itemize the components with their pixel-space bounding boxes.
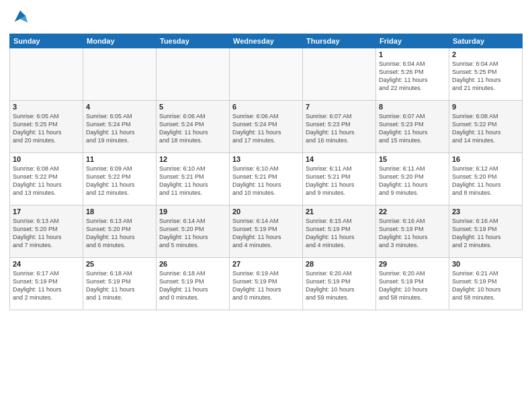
day-info: Sunrise: 6:18 AM Sunset: 5:19 PM Dayligh…	[86, 269, 153, 302]
calendar-cell: 15Sunrise: 6:11 AM Sunset: 5:20 PM Dayli…	[376, 153, 449, 205]
day-info: Sunrise: 6:20 AM Sunset: 5:19 PM Dayligh…	[306, 269, 373, 302]
day-info: Sunrise: 6:12 AM Sunset: 5:20 PM Dayligh…	[452, 165, 519, 197]
day-info: Sunrise: 6:04 AM Sunset: 5:26 PM Dayligh…	[379, 60, 446, 93]
day-number: 30	[452, 260, 519, 268]
calendar: SundayMondayTuesdayWednesdayThursdayFrid…	[9, 34, 523, 310]
day-number: 22	[379, 208, 446, 216]
day-number: 8	[379, 103, 446, 111]
calendar-cell: 23Sunrise: 6:16 AM Sunset: 5:19 PM Dayli…	[449, 205, 523, 258]
day-number: 18	[86, 208, 153, 216]
day-number: 6	[232, 103, 300, 111]
day-number: 2	[452, 50, 519, 58]
calendar-cell: 27Sunrise: 6:19 AM Sunset: 5:19 PM Dayli…	[230, 258, 303, 310]
calendar-cell: 25Sunrise: 6:18 AM Sunset: 5:19 PM Dayli…	[83, 258, 157, 310]
day-number: 12	[159, 155, 226, 163]
calendar-cell	[83, 48, 157, 101]
calendar-cell: 4Sunrise: 6:05 AM Sunset: 5:24 PM Daylig…	[83, 101, 157, 153]
day-number: 14	[306, 155, 373, 163]
day-info: Sunrise: 6:08 AM Sunset: 5:22 PM Dayligh…	[13, 165, 80, 197]
calendar-cell: 18Sunrise: 6:13 AM Sunset: 5:20 PM Dayli…	[83, 205, 157, 258]
calendar-cell	[303, 48, 376, 101]
day-info: Sunrise: 6:09 AM Sunset: 5:22 PM Dayligh…	[86, 165, 153, 197]
day-number: 17	[13, 208, 80, 216]
calendar-week-row: 24Sunrise: 6:17 AM Sunset: 5:19 PM Dayli…	[10, 258, 523, 310]
calendar-cell: 12Sunrise: 6:10 AM Sunset: 5:21 PM Dayli…	[157, 153, 230, 205]
weekday-header: Thursday	[303, 34, 376, 48]
day-info: Sunrise: 6:14 AM Sunset: 5:20 PM Dayligh…	[159, 217, 226, 250]
calendar-cell: 29Sunrise: 6:20 AM Sunset: 5:19 PM Dayli…	[376, 258, 449, 310]
day-number: 16	[452, 155, 519, 163]
day-info: Sunrise: 6:15 AM Sunset: 5:19 PM Dayligh…	[306, 217, 373, 250]
day-info: Sunrise: 6:16 AM Sunset: 5:19 PM Dayligh…	[379, 217, 446, 250]
weekday-header: Saturday	[449, 34, 523, 48]
day-number: 25	[86, 260, 153, 268]
calendar-week-row: 10Sunrise: 6:08 AM Sunset: 5:22 PM Dayli…	[10, 153, 523, 205]
calendar-cell: 11Sunrise: 6:09 AM Sunset: 5:22 PM Dayli…	[83, 153, 157, 205]
calendar-cell: 19Sunrise: 6:14 AM Sunset: 5:20 PM Dayli…	[157, 205, 230, 258]
day-info: Sunrise: 6:14 AM Sunset: 5:19 PM Dayligh…	[232, 217, 300, 250]
calendar-cell: 8Sunrise: 6:07 AM Sunset: 5:23 PM Daylig…	[376, 101, 449, 153]
day-info: Sunrise: 6:05 AM Sunset: 5:24 PM Dayligh…	[86, 112, 153, 145]
calendar-cell	[10, 48, 83, 101]
day-info: Sunrise: 6:17 AM Sunset: 5:19 PM Dayligh…	[13, 269, 80, 302]
calendar-week-row: 3Sunrise: 6:05 AM Sunset: 5:25 PM Daylig…	[10, 101, 523, 153]
day-info: Sunrise: 6:11 AM Sunset: 5:21 PM Dayligh…	[306, 165, 373, 197]
day-number: 4	[86, 103, 153, 111]
calendar-cell: 17Sunrise: 6:13 AM Sunset: 5:20 PM Dayli…	[10, 205, 83, 258]
day-info: Sunrise: 6:08 AM Sunset: 5:22 PM Dayligh…	[452, 112, 519, 145]
logo-icon	[11, 7, 30, 26]
day-info: Sunrise: 6:04 AM Sunset: 5:25 PM Dayligh…	[452, 60, 519, 93]
day-info: Sunrise: 6:10 AM Sunset: 5:21 PM Dayligh…	[232, 165, 300, 197]
day-number: 7	[306, 103, 373, 111]
calendar-cell: 2Sunrise: 6:04 AM Sunset: 5:25 PM Daylig…	[449, 48, 523, 101]
day-number: 29	[379, 260, 446, 268]
calendar-week-row: 1Sunrise: 6:04 AM Sunset: 5:26 PM Daylig…	[10, 48, 523, 101]
calendar-cell: 21Sunrise: 6:15 AM Sunset: 5:19 PM Dayli…	[303, 205, 376, 258]
day-number: 15	[379, 155, 446, 163]
calendar-cell: 20Sunrise: 6:14 AM Sunset: 5:19 PM Dayli…	[230, 205, 303, 258]
calendar-cell: 5Sunrise: 6:06 AM Sunset: 5:24 PM Daylig…	[157, 101, 230, 153]
day-number: 13	[232, 155, 300, 163]
calendar-cell: 7Sunrise: 6:07 AM Sunset: 5:23 PM Daylig…	[303, 101, 376, 153]
weekday-header: Sunday	[10, 34, 83, 48]
calendar-cell: 24Sunrise: 6:17 AM Sunset: 5:19 PM Dayli…	[10, 258, 83, 310]
day-number: 1	[379, 50, 446, 58]
day-number: 5	[159, 103, 226, 111]
day-number: 9	[452, 103, 519, 111]
calendar-cell: 6Sunrise: 6:06 AM Sunset: 5:24 PM Daylig…	[230, 101, 303, 153]
day-number: 28	[306, 260, 373, 268]
day-number: 21	[306, 208, 373, 216]
day-info: Sunrise: 6:06 AM Sunset: 5:24 PM Dayligh…	[159, 112, 226, 145]
day-info: Sunrise: 6:20 AM Sunset: 5:19 PM Dayligh…	[379, 269, 446, 302]
calendar-cell: 3Sunrise: 6:05 AM Sunset: 5:25 PM Daylig…	[10, 101, 83, 153]
calendar-cell: 1Sunrise: 6:04 AM Sunset: 5:26 PM Daylig…	[376, 48, 449, 101]
weekday-header: Monday	[83, 34, 157, 48]
day-info: Sunrise: 6:16 AM Sunset: 5:19 PM Dayligh…	[452, 217, 519, 250]
day-number: 11	[86, 155, 153, 163]
day-info: Sunrise: 6:13 AM Sunset: 5:20 PM Dayligh…	[86, 217, 153, 250]
calendar-cell: 14Sunrise: 6:11 AM Sunset: 5:21 PM Dayli…	[303, 153, 376, 205]
day-number: 19	[159, 208, 226, 216]
day-info: Sunrise: 6:21 AM Sunset: 5:19 PM Dayligh…	[452, 269, 519, 302]
day-info: Sunrise: 6:05 AM Sunset: 5:25 PM Dayligh…	[13, 112, 80, 145]
calendar-cell: 26Sunrise: 6:18 AM Sunset: 5:19 PM Dayli…	[157, 258, 230, 310]
day-number: 27	[232, 260, 300, 268]
calendar-cell: 22Sunrise: 6:16 AM Sunset: 5:19 PM Dayli…	[376, 205, 449, 258]
weekday-header: Tuesday	[157, 34, 230, 48]
calendar-cell	[157, 48, 230, 101]
calendar-week-row: 17Sunrise: 6:13 AM Sunset: 5:20 PM Dayli…	[10, 205, 523, 258]
header	[9, 7, 523, 28]
day-info: Sunrise: 6:19 AM Sunset: 5:19 PM Dayligh…	[232, 269, 300, 302]
calendar-cell: 28Sunrise: 6:20 AM Sunset: 5:19 PM Dayli…	[303, 258, 376, 310]
day-info: Sunrise: 6:07 AM Sunset: 5:23 PM Dayligh…	[306, 112, 373, 145]
day-number: 3	[13, 103, 80, 111]
day-info: Sunrise: 6:10 AM Sunset: 5:21 PM Dayligh…	[159, 165, 226, 197]
calendar-cell	[230, 48, 303, 101]
weekday-header: Wednesday	[230, 34, 303, 48]
day-info: Sunrise: 6:13 AM Sunset: 5:20 PM Dayligh…	[13, 217, 80, 250]
day-number: 26	[159, 260, 226, 268]
day-info: Sunrise: 6:11 AM Sunset: 5:20 PM Dayligh…	[379, 165, 446, 197]
calendar-cell: 16Sunrise: 6:12 AM Sunset: 5:20 PM Dayli…	[449, 153, 523, 205]
calendar-cell: 30Sunrise: 6:21 AM Sunset: 5:19 PM Dayli…	[449, 258, 523, 310]
calendar-cell: 9Sunrise: 6:08 AM Sunset: 5:22 PM Daylig…	[449, 101, 523, 153]
